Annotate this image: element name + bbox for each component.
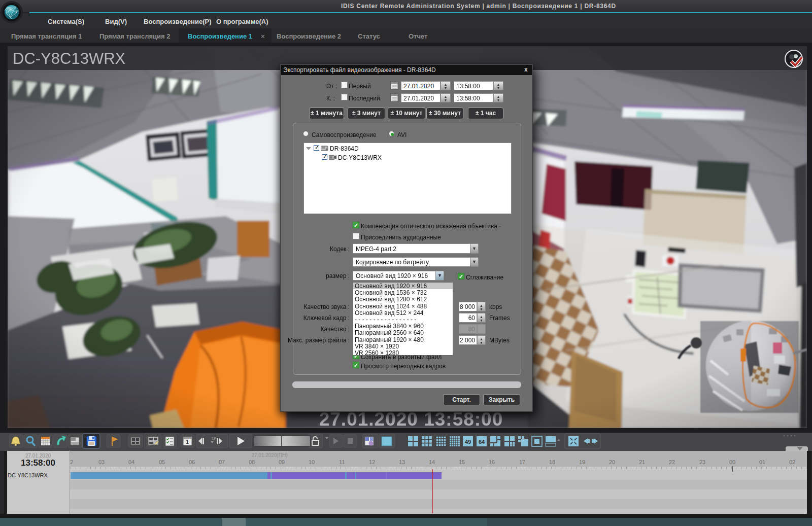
svg-text:1: 1	[186, 439, 189, 445]
svg-text:1F: 1F	[212, 436, 216, 441]
svg-text:64: 64	[479, 439, 485, 445]
svg-text:DC-Y8C13WRX: DC-Y8C13WRX	[13, 50, 126, 67]
svg-text:49: 49	[465, 439, 471, 445]
